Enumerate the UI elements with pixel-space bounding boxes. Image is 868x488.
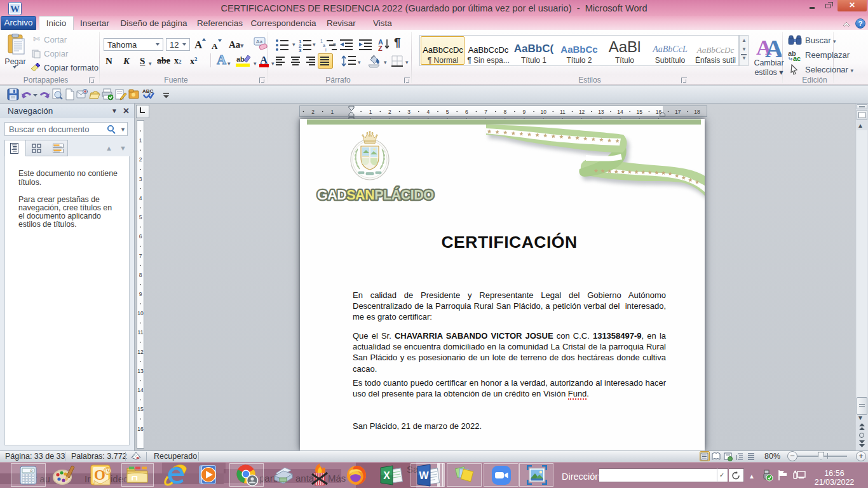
svg-text:15: 15 [637, 109, 643, 115]
svg-text:1: 1 [369, 109, 372, 115]
svg-text:11: 11 [560, 109, 566, 115]
svg-text:8: 8 [503, 109, 506, 115]
svg-text:14: 14 [617, 109, 623, 115]
svg-text:6: 6 [139, 233, 142, 240]
svg-text:W: W [419, 470, 429, 481]
svg-text:Z: Z [378, 44, 383, 52]
svg-text:GADSANPLÁCIDO: GADSANPLÁCIDO [317, 187, 433, 203]
svg-text:3: 3 [407, 109, 410, 115]
svg-text:15: 15 [137, 406, 144, 412]
svg-text:2: 2 [388, 109, 391, 115]
svg-text:18: 18 [694, 109, 700, 115]
svg-text:7: 7 [139, 253, 142, 259]
svg-text:14: 14 [137, 387, 144, 393]
svg-text:X: X [383, 470, 390, 481]
svg-text:16: 16 [137, 426, 144, 432]
svg-text:10: 10 [137, 310, 144, 316]
svg-text:6: 6 [465, 109, 468, 115]
svg-text:3: 3 [299, 48, 302, 52]
svg-text:i: i [325, 48, 327, 52]
svg-text:7: 7 [484, 109, 487, 115]
svg-text:12: 12 [137, 349, 144, 355]
svg-text:5: 5 [139, 214, 142, 220]
svg-text:17: 17 [675, 109, 681, 115]
svg-text:5: 5 [446, 109, 449, 115]
svg-text:4: 4 [427, 109, 430, 115]
svg-text:13: 13 [598, 109, 604, 115]
svg-text:8: 8 [139, 272, 142, 278]
svg-text:Aa: Aa [256, 39, 262, 44]
svg-text:11: 11 [138, 329, 144, 336]
svg-text:a: a [323, 43, 325, 48]
svg-text:ab: ab [236, 55, 245, 63]
svg-text:O: O [94, 467, 105, 483]
svg-text:1: 1 [139, 137, 142, 144]
svg-text:1: 1 [330, 109, 334, 115]
svg-text:1: 1 [320, 39, 323, 43]
svg-text:10: 10 [540, 109, 546, 115]
svg-text:2: 2 [311, 109, 315, 115]
svg-text:A: A [765, 36, 782, 57]
svg-text:4: 4 [139, 195, 142, 201]
svg-text:3: 3 [139, 176, 142, 182]
svg-text:ABC: ABC [142, 88, 154, 94]
svg-text:ac: ac [793, 55, 801, 61]
svg-text:2: 2 [139, 156, 142, 163]
svg-text:13: 13 [137, 368, 144, 374]
svg-text:12: 12 [579, 109, 585, 115]
svg-text:9: 9 [139, 291, 142, 297]
svg-text:9: 9 [523, 109, 526, 115]
